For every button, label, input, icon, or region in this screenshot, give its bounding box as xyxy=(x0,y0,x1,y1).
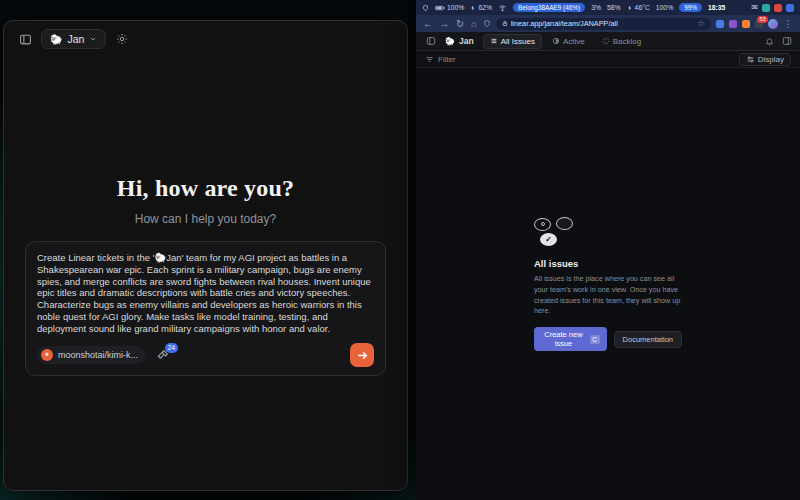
team-name: Jan xyxy=(459,36,474,46)
forward-button[interactable]: → xyxy=(439,19,451,29)
mail-icon[interactable]: ✉ xyxy=(751,3,758,12)
prompt-toolbar: ✶ moonshotai/kimi-k... 24 xyxy=(37,343,374,367)
browser-nav-bar: ← → ↻ ⌂ linear.app/janai/team/JANAPP/all… xyxy=(416,15,800,32)
model-selector[interactable]: ✶ moonshotai/kimi-k... xyxy=(37,346,146,364)
display-button[interactable]: Display xyxy=(739,53,791,66)
chevron-down-icon xyxy=(89,35,97,43)
browser-menu-button[interactable]: ⋮ xyxy=(783,19,795,29)
team-name: Jan xyxy=(67,33,84,45)
extension-purple-icon[interactable] xyxy=(729,20,737,28)
address-bar[interactable]: linear.app/janai/team/JANAPP/all ☆ xyxy=(496,18,711,30)
system-status-bar: 100% 62% Belong38AAE9 (46%) 3% 58% 46°C … xyxy=(416,0,800,15)
empty-state-title: All issues xyxy=(534,258,682,269)
team-emoji: 🐑 xyxy=(445,37,455,46)
tools-button[interactable]: 24 xyxy=(156,348,171,363)
jan-app-window: 🐑 Jan Hi, how are you? How can I help yo… xyxy=(3,20,408,491)
wifi-icon xyxy=(498,4,507,12)
disk-usage: 100% xyxy=(656,4,673,11)
bookmark-star-icon[interactable]: ☆ xyxy=(697,19,704,28)
jan-topbar: 🐑 Jan xyxy=(4,21,407,57)
linear-main-content: ✓ All issues All issues is the place whe… xyxy=(416,68,800,500)
jan-hero: Hi, how are you? How can I help you toda… xyxy=(4,175,407,226)
extension-count-badge: 53 xyxy=(757,16,767,23)
back-button[interactable]: ← xyxy=(422,19,434,29)
tools-count-badge: 24 xyxy=(165,343,178,353)
create-new-issue-button[interactable]: Create new issue C xyxy=(534,327,607,351)
sliders-icon xyxy=(746,55,755,64)
prompt-input[interactable]: Create Linear tickets in the '🐑Jan' team… xyxy=(37,252,374,334)
settings-button[interactable] xyxy=(113,30,131,48)
filter-bar: Filter Display xyxy=(416,51,800,68)
tracking-shield-icon[interactable] xyxy=(483,19,491,28)
network-name-badge[interactable]: Belong38AAE9 (46%) xyxy=(513,3,585,12)
tab-all-issues[interactable]: All Issues xyxy=(483,34,542,49)
home-button[interactable]: ⌂ xyxy=(470,19,478,29)
refresh-button[interactable]: ↻ xyxy=(455,19,465,29)
tab-active[interactable]: Active xyxy=(545,34,592,49)
issue-ring-icon xyxy=(534,218,551,231)
sidebar-toggle-button[interactable] xyxy=(16,30,34,48)
issue-check-icon: ✓ xyxy=(540,233,557,246)
prompt-box: Create Linear tickets in the '🐑Jan' team… xyxy=(25,241,386,376)
linear-header: 🐑 Jan All Issues Active Backlog xyxy=(416,32,800,51)
issues-illustration: ✓ xyxy=(534,217,580,249)
charge-indicator: 62% xyxy=(470,4,492,12)
temperature-indicator: 46°C xyxy=(627,4,650,12)
clock: 18:35 xyxy=(708,4,725,11)
send-arrow-icon xyxy=(356,349,369,362)
memory-usage: 58% xyxy=(607,4,621,11)
gear-icon xyxy=(116,33,128,45)
lock-icon xyxy=(502,20,508,27)
empty-state-actions: Create new issue C Documentation xyxy=(534,327,682,351)
team-selector[interactable]: 🐑 Jan xyxy=(41,29,106,49)
active-icon xyxy=(552,37,560,45)
filter-icon xyxy=(425,55,434,64)
browser-window: 100% 62% Belong38AAE9 (46%) 3% 58% 46°C … xyxy=(416,0,800,500)
greeting-subtitle: How can I help you today? xyxy=(4,212,407,226)
battery-indicator: 100% xyxy=(435,4,464,11)
battery-icon xyxy=(435,5,445,11)
documentation-button[interactable]: Documentation xyxy=(614,331,682,348)
all-issues-empty-state: ✓ All issues All issues is the place whe… xyxy=(534,217,682,351)
all-issues-icon xyxy=(490,37,498,45)
side-panel-icon[interactable] xyxy=(782,36,792,46)
extension-gray-icon[interactable]: 53 xyxy=(755,20,763,28)
profile-avatar[interactable] xyxy=(768,19,778,29)
lightning-icon xyxy=(470,4,476,12)
lightning-icon xyxy=(627,4,633,12)
notifications-bell-icon[interactable] xyxy=(765,37,774,46)
extension-blue-icon[interactable] xyxy=(716,20,724,28)
tray-icons: ✉ xyxy=(751,3,794,12)
filter-button[interactable]: Filter xyxy=(425,55,456,64)
tray-app-blue-icon[interactable] xyxy=(786,4,794,12)
view-tabs: All Issues Active Backlog xyxy=(483,34,649,49)
backlog-icon xyxy=(602,37,610,45)
send-button[interactable] xyxy=(350,343,374,367)
model-name: moonshotai/kimi-k... xyxy=(58,350,138,360)
moonshot-logo-icon: ✶ xyxy=(41,349,53,361)
sidebar-icon xyxy=(19,33,32,46)
tray-app-red-icon[interactable] xyxy=(774,4,782,12)
shortcut-key-badge: C xyxy=(590,335,600,344)
linear-sidebar-toggle-button[interactable] xyxy=(424,34,438,48)
cpu-usage: 3% xyxy=(591,4,601,11)
issue-filled-icon xyxy=(556,217,573,230)
team-emoji: 🐑 xyxy=(50,34,62,45)
signal-badge: 99% xyxy=(679,3,702,12)
tray-app-teal-icon[interactable] xyxy=(762,4,770,12)
extension-orange-icon[interactable] xyxy=(742,20,750,28)
sidebar-icon xyxy=(426,36,436,46)
tab-backlog[interactable]: Backlog xyxy=(595,34,648,49)
shield-icon xyxy=(422,4,429,12)
empty-state-description: All issues is the place where you can se… xyxy=(534,274,682,317)
linear-header-actions xyxy=(765,36,792,46)
linear-team-label[interactable]: 🐑 Jan xyxy=(445,36,474,46)
url-text: linear.app/janai/team/JANAPP/all xyxy=(511,19,618,28)
greeting-title: Hi, how are you? xyxy=(4,175,407,202)
